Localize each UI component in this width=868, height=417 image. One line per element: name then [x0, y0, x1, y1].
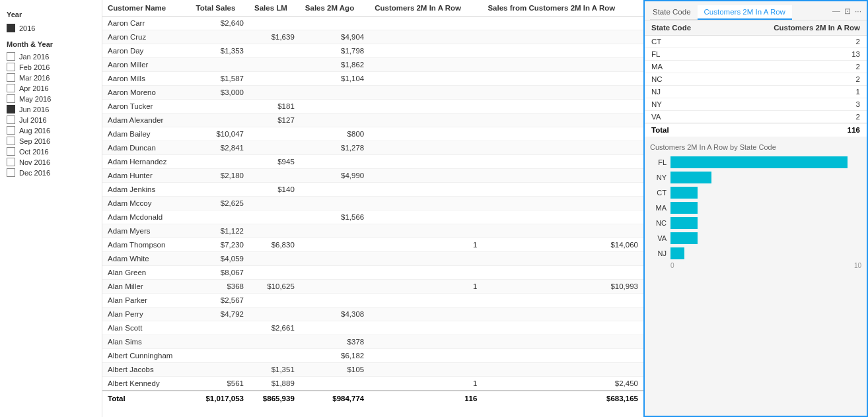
- right-table-row[interactable]: MA2: [645, 61, 867, 73]
- month-filter-list: Jan 2016Feb 2016Mar 2016Apr 2016May 2016…: [7, 52, 95, 177]
- table-row[interactable]: Adam Thompson$7,230$6,8301$14,060: [102, 238, 643, 252]
- table-row[interactable]: Adam Bailey$10,047$800: [102, 127, 643, 141]
- table-cell: [191, 183, 250, 197]
- table-cell: $1,587: [191, 72, 250, 86]
- right-table-header: State Code Customers 2M In A Row: [645, 20, 867, 36]
- table-cell: [482, 113, 643, 127]
- month-checkbox[interactable]: [7, 52, 15, 61]
- month-checkbox[interactable]: [7, 158, 15, 166]
- month-item[interactable]: Jul 2016: [7, 115, 95, 124]
- table-row[interactable]: Alan Parker$2,567: [102, 294, 643, 307]
- table-row[interactable]: Aaron Cruz$1,639$4,904: [102, 30, 643, 44]
- table-row[interactable]: Aaron Mills$1,587$1,104: [102, 72, 643, 86]
- month-label: Sep 2016: [19, 137, 50, 145]
- right-panel-header: State Code Customers 2M In A Row — ⊡ ···: [645, 1, 867, 20]
- table-row[interactable]: Aaron Tucker$181: [102, 100, 643, 113]
- month-checkbox[interactable]: [7, 94, 15, 103]
- table-cell: [369, 224, 482, 238]
- month-item[interactable]: Aug 2016: [7, 126, 95, 135]
- month-item[interactable]: Mar 2016: [7, 73, 95, 82]
- month-item[interactable]: Apr 2016: [7, 84, 95, 92]
- table-cell: [191, 210, 250, 224]
- right-table-row[interactable]: NJ1: [645, 86, 867, 98]
- table-row[interactable]: Adam Mccoy$2,625: [102, 197, 643, 210]
- table-cell: [300, 197, 369, 210]
- table-cell: 1: [369, 280, 482, 294]
- table-cell: Adam Mcdonald: [102, 210, 191, 224]
- month-item[interactable]: Oct 2016: [7, 147, 95, 156]
- table-row[interactable]: Aaron Day$1,353$1,798: [102, 44, 643, 58]
- table-cell: [482, 141, 643, 155]
- more-icon[interactable]: ···: [855, 7, 861, 16]
- table-row[interactable]: Alan Sims$378: [102, 335, 643, 349]
- table-row[interactable]: Adam Myers$1,122: [102, 224, 643, 238]
- expand-icon[interactable]: ⊡: [844, 7, 851, 16]
- table-row[interactable]: Aaron Carr$2,640: [102, 16, 643, 30]
- table-row[interactable]: Alan Miller$368$10,6251$10,993: [102, 280, 643, 294]
- table-cell: Adam Hunter: [102, 169, 191, 183]
- bar-fill: [670, 232, 698, 244]
- month-item[interactable]: Nov 2016: [7, 158, 95, 166]
- table-row[interactable]: Adam Mcdonald$1,566: [102, 210, 643, 224]
- table-row[interactable]: Adam Alexander$127: [102, 113, 643, 127]
- table-row[interactable]: Albert Cunningham$6,182: [102, 349, 643, 363]
- table-row[interactable]: Alan Perry$4,792$4,308: [102, 307, 643, 321]
- year-filter-item[interactable]: 2016: [7, 24, 95, 32]
- table-row[interactable]: Aaron Miller$1,862: [102, 58, 643, 72]
- table-cell: [369, 197, 482, 210]
- bar-fill: [670, 156, 848, 168]
- year-checkbox[interactable]: [7, 24, 15, 32]
- month-item[interactable]: May 2016: [7, 94, 95, 103]
- table-row[interactable]: Adam Hunter$2,180$4,990: [102, 169, 643, 183]
- state-cell: NJ: [645, 86, 722, 98]
- right-table-row[interactable]: CT2: [645, 36, 867, 48]
- bar-fill: [670, 247, 684, 259]
- month-checkbox[interactable]: [7, 84, 15, 92]
- table-cell: [369, 127, 482, 141]
- data-table-wrapper[interactable]: Customer NameTotal SalesSales LMSales 2M…: [102, 0, 643, 417]
- table-body: Aaron Carr$2,640Aaron Cruz$1,639$4,904Aa…: [102, 16, 643, 391]
- right-table-row[interactable]: FL13: [645, 48, 867, 61]
- tab-customers-2m[interactable]: Customers 2M In A Row: [698, 5, 792, 20]
- table-cell: $945: [249, 155, 300, 169]
- table-cell: Adam Alexander: [102, 113, 191, 127]
- table-row[interactable]: Adam White$4,059: [102, 252, 643, 266]
- month-checkbox[interactable]: [7, 115, 15, 124]
- month-item[interactable]: Jan 2016: [7, 52, 95, 61]
- table-cell: $1,351: [249, 363, 300, 377]
- table-row[interactable]: Adam Jenkins$140: [102, 183, 643, 197]
- month-item[interactable]: Sep 2016: [7, 137, 95, 145]
- table-row[interactable]: Aaron Moreno$3,000: [102, 86, 643, 100]
- tab-state-code[interactable]: State Code: [650, 5, 698, 20]
- month-item[interactable]: Jun 2016: [7, 105, 95, 113]
- table-cell: $4,990: [300, 169, 369, 183]
- month-checkbox[interactable]: [7, 168, 15, 177]
- table-cell: Alan Miller: [102, 280, 191, 294]
- right-table-row[interactable]: NC2: [645, 73, 867, 86]
- right-table-row[interactable]: NY3: [645, 98, 867, 111]
- month-checkbox[interactable]: [7, 73, 15, 82]
- table-cell: $2,640: [191, 16, 250, 30]
- table-cell: [369, 58, 482, 72]
- bar-container: [670, 202, 861, 214]
- table-col-header: Sales from Customers 2M In A Row: [482, 0, 643, 16]
- table-row[interactable]: Alan Green$8,067: [102, 266, 643, 280]
- table-row[interactable]: Alan Scott$2,661: [102, 321, 643, 335]
- table-row[interactable]: Albert Jacobs$1,351$105: [102, 363, 643, 377]
- table-cell: Alan Scott: [102, 321, 191, 335]
- table-row[interactable]: Adam Duncan$2,841$1,278: [102, 141, 643, 155]
- month-item[interactable]: Dec 2016: [7, 168, 95, 177]
- month-checkbox[interactable]: [7, 105, 15, 113]
- table-row[interactable]: Adam Hernandez$945: [102, 155, 643, 169]
- table-cell: [191, 363, 250, 377]
- table-cell: [300, 183, 369, 197]
- month-checkbox[interactable]: [7, 63, 15, 71]
- month-checkbox[interactable]: [7, 126, 15, 135]
- month-item[interactable]: Feb 2016: [7, 63, 95, 71]
- month-checkbox[interactable]: [7, 137, 15, 145]
- table-cell: [369, 266, 482, 280]
- right-table-row[interactable]: VA2: [645, 111, 867, 123]
- month-checkbox[interactable]: [7, 147, 15, 156]
- table-row[interactable]: Albert Kennedy$561$1,8891$2,450: [102, 377, 643, 391]
- right-panel-icons: — ⊡ ···: [832, 7, 861, 16]
